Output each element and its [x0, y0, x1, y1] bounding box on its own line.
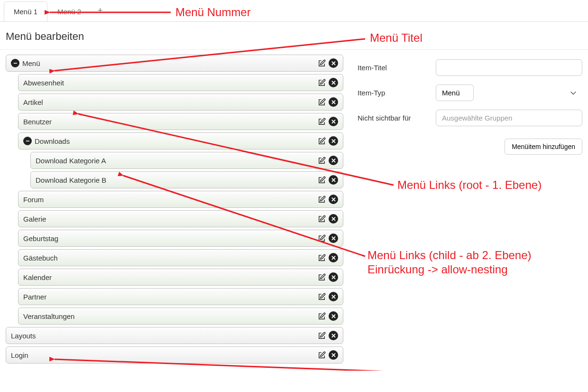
menu-item-gaestebuch[interactable]: Gästebuch ✕ [18, 249, 343, 266]
delete-icon[interactable]: ✕ [329, 272, 338, 282]
tab-menu-2[interactable]: Menü 2 [47, 1, 91, 21]
delete-icon[interactable]: ✕ [329, 214, 338, 224]
menu-item-download-a[interactable]: Download Kategorie A ✕ [30, 152, 343, 169]
menu-item-login[interactable]: Login ✕ [6, 346, 343, 364]
delete-icon[interactable]: ✕ [329, 117, 338, 126]
delete-icon[interactable]: ✕ [329, 311, 338, 321]
edit-icon[interactable] [317, 214, 326, 224]
menu-item-forum[interactable]: Forum ✕ [18, 191, 343, 208]
item-label: Artikel [23, 98, 43, 106]
tab-label: Menü 2 [57, 8, 81, 16]
delete-icon[interactable]: ✕ [329, 97, 338, 107]
menu-item-download-b[interactable]: Download Kategorie B ✕ [30, 171, 343, 188]
tab-menu-1[interactable]: Menü 1 [4, 1, 47, 21]
item-label: Gästebuch [23, 254, 58, 262]
delete-icon[interactable]: ✕ [329, 156, 338, 165]
menu-item-layouts[interactable]: Layouts ✕ [6, 327, 343, 344]
menu-item-geburtstag[interactable]: Geburtstag ✕ [18, 230, 343, 247]
menu-item-benutzer[interactable]: Benutzer ✕ [18, 113, 343, 130]
delete-icon[interactable]: ✕ [329, 195, 338, 204]
edit-icon[interactable] [317, 175, 326, 185]
delete-icon[interactable]: ✕ [329, 136, 338, 146]
menu-item-veranstaltungen[interactable]: Veranstaltungen ✕ [18, 308, 343, 325]
delete-icon[interactable]: ✕ [329, 253, 338, 262]
item-label: Veranstaltungen [23, 312, 74, 320]
edit-icon[interactable] [317, 136, 326, 146]
edit-icon[interactable] [317, 117, 326, 126]
delete-icon[interactable]: ✕ [329, 78, 338, 87]
item-label: Geburtstag [23, 234, 58, 243]
item-label: Login [11, 351, 28, 359]
delete-icon[interactable]: ✕ [329, 233, 338, 243]
edit-icon[interactable] [317, 58, 326, 68]
edit-icon[interactable] [317, 272, 326, 282]
edit-icon[interactable] [317, 233, 326, 243]
item-label: Layouts [11, 332, 36, 340]
delete-icon[interactable]: ✕ [329, 331, 338, 340]
item-label: Galerie [23, 215, 46, 223]
edit-icon[interactable] [317, 292, 326, 301]
chevron-down-icon [570, 90, 577, 96]
menu-item-galerie[interactable]: Galerie ✕ [18, 210, 343, 227]
item-label: Kalender [23, 273, 52, 281]
item-label: Partner [23, 293, 46, 301]
delete-icon[interactable]: ✕ [329, 350, 338, 360]
menu-root-item[interactable]: − Menü ✕ [6, 55, 343, 72]
edit-icon[interactable] [317, 253, 326, 262]
item-label: Download Kategorie A [36, 157, 106, 165]
item-label: Downloads [35, 137, 70, 145]
hidden-for-label: Nicht sichtbar für [358, 114, 436, 122]
item-label: Menü [22, 59, 40, 67]
tab-add-button[interactable]: + [91, 1, 110, 20]
collapse-icon[interactable]: − [23, 137, 32, 145]
edit-icon[interactable] [317, 97, 326, 107]
item-title-input[interactable] [436, 59, 582, 76]
tab-label: Menü 1 [14, 8, 37, 16]
plus-icon: + [98, 6, 103, 15]
delete-icon[interactable]: ✕ [329, 175, 338, 185]
menu-tree: − Menü ✕ Abwesenheit ✕ Artikel ✕ [6, 55, 343, 366]
item-type-label: Item-Typ [358, 89, 436, 97]
tabs-bar: Menü 1 Menü 2 + [0, 0, 588, 22]
delete-icon[interactable]: ✕ [329, 292, 338, 301]
edit-icon[interactable] [317, 331, 326, 340]
page-title: Menü bearbeiten [0, 22, 588, 50]
delete-icon[interactable]: ✕ [329, 58, 338, 68]
edit-icon[interactable] [317, 156, 326, 165]
item-label: Download Kategorie B [36, 176, 106, 184]
menu-item-kalender[interactable]: Kalender ✕ [18, 269, 343, 286]
item-title-label: Item-Titel [358, 64, 436, 72]
collapse-icon[interactable]: − [11, 59, 19, 67]
edit-icon[interactable] [317, 311, 326, 321]
item-form: Item-Titel Item-Typ Menü Nicht sichtbar … [358, 55, 582, 366]
edit-icon[interactable] [317, 78, 326, 87]
menu-item-abwesenheit[interactable]: Abwesenheit ✕ [18, 74, 343, 91]
menu-item-downloads[interactable]: −Downloads ✕ [18, 132, 343, 149]
item-label: Forum [23, 196, 44, 204]
edit-icon[interactable] [317, 195, 326, 204]
item-label: Benutzer [23, 118, 52, 126]
add-item-button[interactable]: Menüitem hinzufügen [505, 139, 582, 155]
item-label: Abwesenheit [23, 79, 64, 87]
menu-item-partner[interactable]: Partner ✕ [18, 288, 343, 305]
edit-icon[interactable] [317, 350, 326, 360]
hidden-for-input[interactable] [436, 110, 582, 126]
menu-item-artikel[interactable]: Artikel ✕ [18, 93, 343, 111]
item-type-select[interactable]: Menü [436, 84, 474, 101]
